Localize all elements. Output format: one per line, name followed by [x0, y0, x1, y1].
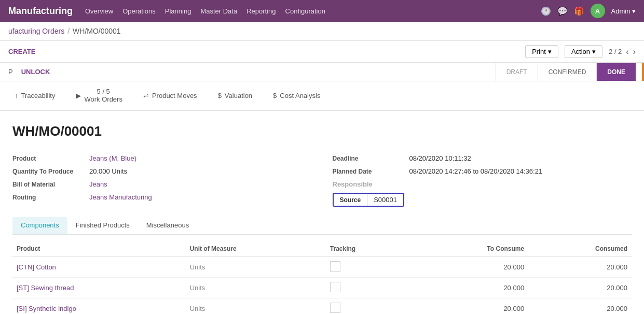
- qty-label: Quantity To Produce: [12, 168, 85, 175]
- cell-consumed: 20.000: [528, 257, 632, 278]
- avatar[interactable]: A: [591, 4, 605, 18]
- status-left-actions: P UNLOCK: [8, 63, 50, 81]
- col-tracking: Tracking: [326, 241, 413, 257]
- cell-product[interactable]: [ST] Sewing thread: [12, 278, 186, 298]
- admin-dropdown[interactable]: Admin ▾: [611, 7, 636, 15]
- nav-master-data[interactable]: Master Data: [200, 7, 237, 15]
- nav-overview[interactable]: Overview: [85, 7, 113, 15]
- nav-planning[interactable]: Planning: [165, 7, 191, 15]
- status-confirmed[interactable]: CONFIRMED: [538, 63, 597, 81]
- order-form: Product Jeans (M, Blue) Quantity To Prod…: [12, 152, 632, 207]
- responsible-label: Responsible: [333, 180, 405, 188]
- table-row: [ST] Sewing thread Units 20.000 20.000: [12, 278, 632, 298]
- table-row: [SI] Synthetic indigo Units 20.000 20.00…: [12, 298, 632, 315]
- routing-field: Routing Jeans Manufacturing: [12, 191, 312, 204]
- col-to-consume: To Consume: [412, 241, 528, 257]
- tab-miscellaneous[interactable]: Miscellaneous: [138, 217, 197, 234]
- status-bar: P UNLOCK DRAFT CONFIRMED DONE: [0, 63, 644, 81]
- action-button[interactable]: Action ▾: [565, 45, 602, 58]
- status-draft[interactable]: DRAFT: [496, 63, 538, 81]
- planned-value: 08/20/2020 14:27:46 to 08/20/2020 14:36:…: [409, 167, 543, 175]
- source-field: Source S00001: [333, 193, 632, 207]
- cell-to-consume: 20.000: [412, 298, 528, 315]
- scrap-button[interactable]: P: [8, 68, 13, 76]
- cell-consumed: 20.000: [528, 278, 632, 298]
- planned-label: Planned Date: [333, 168, 405, 175]
- bom-label: Bill of Material: [12, 181, 85, 188]
- pagination-text: 2 / 2: [609, 48, 622, 55]
- breadcrumb-separator: /: [67, 27, 70, 35]
- source-label: Source: [334, 194, 368, 206]
- detail-tabs: ↑ Traceability ▶ 5 / 5Work Orders ⇌ Prod…: [0, 81, 644, 111]
- qty-field: Quantity To Produce 20.000 Units: [12, 165, 312, 178]
- breadcrumb-parent[interactable]: ufacturing Orders: [8, 27, 64, 35]
- components-table: Product Unit of Measure Tracking To Cons…: [12, 241, 632, 314]
- cell-uom: Units: [186, 298, 326, 315]
- next-button[interactable]: ›: [633, 47, 636, 56]
- deadline-field: Deadline 08/20/2020 10:11:32: [333, 152, 632, 165]
- source-input-box[interactable]: Source S00001: [333, 193, 405, 207]
- tab-finished-products[interactable]: Finished Products: [67, 217, 138, 234]
- action-chevron-icon: ▾: [592, 48, 596, 55]
- cell-to-consume: 20.000: [412, 257, 528, 278]
- nav-configuration[interactable]: Configuration: [285, 7, 325, 15]
- bom-field: Bill of Material Jeans: [12, 178, 312, 191]
- print-label: Print: [532, 48, 546, 55]
- status-done[interactable]: DONE: [596, 63, 636, 81]
- valuation-icon: $: [218, 92, 222, 99]
- breadcrumb: ufacturing Orders / WH/MO/00001: [0, 22, 644, 41]
- col-uom: Unit of Measure: [186, 241, 326, 257]
- cell-uom: Units: [186, 257, 326, 278]
- app-brand: Manufacturing: [8, 6, 73, 17]
- deadline-value: 08/20/2020 10:11:32: [409, 154, 471, 162]
- col-product: Product: [12, 241, 186, 257]
- action-bar: CREATE Print ▾ Action ▾ 2 / 2 ‹ ›: [0, 41, 644, 63]
- cell-tracking[interactable]: [326, 278, 413, 298]
- traceability-icon: ↑: [15, 92, 18, 99]
- nav-operations[interactable]: Operations: [122, 7, 156, 15]
- cell-uom: Units: [186, 278, 326, 298]
- chat-icon[interactable]: 💬: [557, 6, 568, 16]
- action-label: Action: [571, 48, 590, 55]
- print-button[interactable]: Print ▾: [525, 45, 558, 58]
- component-tabs: Components Finished Products Miscellaneo…: [12, 217, 632, 235]
- product-value[interactable]: Jeans (M, Blue): [89, 154, 136, 162]
- nav-reporting[interactable]: Reporting: [246, 7, 276, 15]
- tab-valuation[interactable]: $ Valuation: [208, 81, 263, 110]
- prev-button[interactable]: ‹: [626, 47, 628, 56]
- done-indicator: [642, 63, 644, 81]
- table-row: [CTN] Cotton Units 20.000 20.000: [12, 257, 632, 278]
- product-field: Product Jeans (M, Blue): [12, 152, 312, 165]
- tab-work-orders[interactable]: ▶ 5 / 5Work Orders: [65, 81, 132, 110]
- gift-icon[interactable]: 🎁: [574, 6, 584, 16]
- print-chevron-icon: ▾: [548, 48, 552, 55]
- order-title: WH/MO/00001: [12, 123, 632, 139]
- work-orders-icon: ▶: [76, 92, 81, 99]
- bom-value[interactable]: Jeans: [89, 180, 107, 188]
- cell-product[interactable]: [SI] Synthetic indigo: [12, 298, 186, 315]
- clock-icon[interactable]: 🕐: [541, 6, 551, 16]
- tab-traceability[interactable]: ↑ Traceability: [4, 81, 65, 110]
- tab-components[interactable]: Components: [12, 217, 67, 234]
- cell-consumed: 20.000: [528, 298, 632, 315]
- responsible-field: Responsible: [333, 178, 632, 191]
- cell-tracking[interactable]: [326, 257, 413, 278]
- cell-tracking[interactable]: [326, 298, 413, 315]
- qty-value[interactable]: 20.000 Units: [89, 167, 127, 175]
- nav-menu: Overview Operations Planning Master Data…: [85, 7, 541, 15]
- create-button[interactable]: CREATE: [8, 46, 35, 58]
- product-label: Product: [12, 155, 85, 162]
- main-content: WH/MO/00001 Product Jeans (M, Blue) Quan…: [0, 111, 644, 314]
- unlock-button[interactable]: UNLOCK: [21, 68, 50, 76]
- source-value: S00001: [367, 194, 403, 206]
- routing-label: Routing: [12, 194, 85, 201]
- tab-cost-analysis[interactable]: $ Cost Analysis: [263, 81, 331, 110]
- col-consumed: Consumed: [528, 241, 632, 257]
- cell-product[interactable]: [CTN] Cotton: [12, 257, 186, 278]
- routing-value[interactable]: Jeans Manufacturing: [89, 193, 152, 201]
- top-navigation: Manufacturing Overview Operations Planni…: [0, 0, 644, 22]
- cell-to-consume: 20.000: [412, 278, 528, 298]
- tab-product-moves[interactable]: ⇌ Product Moves: [133, 81, 208, 110]
- top-right-icons: 🕐 💬 🎁 A Admin ▾: [541, 4, 636, 18]
- planned-field: Planned Date 08/20/2020 14:27:46 to 08/2…: [333, 165, 632, 178]
